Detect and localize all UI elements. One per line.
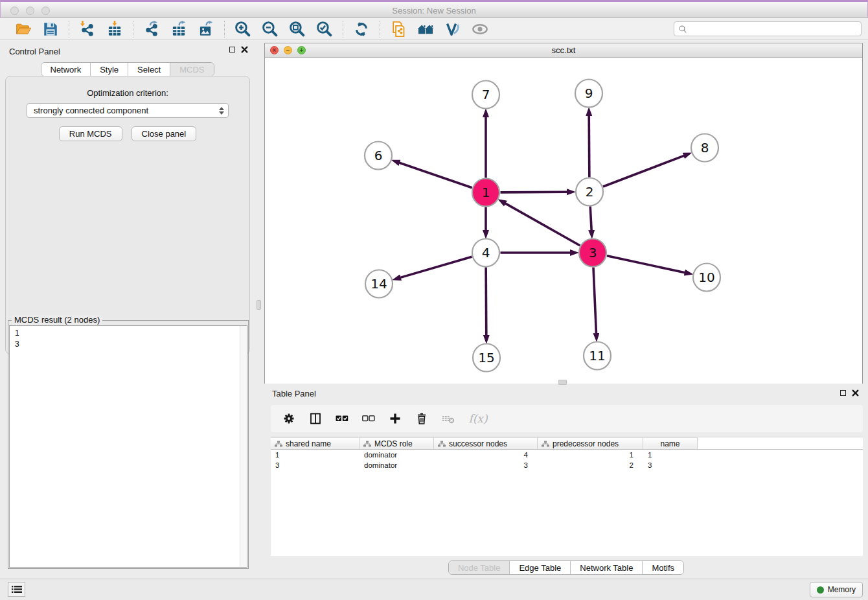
zoom-out-button[interactable]: [261, 20, 279, 38]
tab-select[interactable]: Select: [128, 63, 170, 76]
mcds-result-title: MCDS result (2 nodes): [12, 315, 102, 325]
tab-network-table[interactable]: Network Table: [571, 561, 643, 574]
column-tree-icon: [542, 441, 549, 447]
application-window: Session: New Session Control Panel Netwo…: [0, 0, 868, 600]
export-table-button[interactable]: [170, 20, 188, 38]
network-canvas[interactable]: 7968124314101511: [265, 58, 862, 384]
task-history-button[interactable]: [8, 582, 25, 597]
graph-edge-2-8[interactable]: [603, 156, 684, 187]
graph-node-3[interactable]: 3: [579, 239, 606, 267]
criterion-dropdown[interactable]: strongly connected component: [27, 103, 229, 118]
split-columns-button[interactable]: [308, 411, 323, 426]
graph-edge-3-10[interactable]: [607, 256, 685, 273]
save-session-button[interactable]: [41, 20, 60, 38]
gear-button[interactable]: [281, 411, 297, 426]
control-panel-close-icon[interactable]: [241, 46, 248, 53]
memory-status-icon: [817, 586, 824, 594]
cell-name[interactable]: 1: [643, 450, 698, 460]
graph-node-4[interactable]: 4: [472, 239, 499, 267]
table-panel-float-icon[interactable]: [840, 390, 846, 396]
graph-node-11[interactable]: 11: [584, 342, 611, 370]
column-header-successor-nodes[interactable]: successor nodes: [434, 437, 538, 449]
cell-shared-name[interactable]: 1: [271, 450, 360, 460]
refresh-layout-button[interactable]: [352, 20, 371, 38]
close-panel-button[interactable]: Close panel: [131, 126, 197, 141]
cyndex-button[interactable]: [444, 20, 462, 38]
function-builder-button: f(x): [467, 411, 489, 426]
zoom-selected-button[interactable]: [315, 20, 334, 38]
column-header-label: successor nodes: [449, 439, 507, 448]
table-row-2[interactable]: 3dominator323: [271, 460, 863, 470]
zoom-fit-button[interactable]: [288, 20, 306, 38]
delete-column-button[interactable]: [414, 411, 429, 426]
cell-MCDS-role[interactable]: dominator: [360, 460, 434, 470]
tab-motifs[interactable]: Motifs: [643, 561, 683, 574]
clone-network-button[interactable]: [389, 20, 407, 38]
export-image-button[interactable]: [197, 20, 215, 38]
result-scrollbar[interactable]: [240, 326, 247, 567]
zoom-in-button[interactable]: [234, 20, 252, 38]
network-window-title: scc.txt: [265, 45, 862, 55]
search-input[interactable]: [690, 25, 857, 34]
graph-node-2[interactable]: 2: [576, 178, 603, 206]
svg-text:8: 8: [701, 140, 709, 156]
column-header-shared-name[interactable]: shared name: [271, 437, 360, 449]
mcds-result-text[interactable]: 1 3: [9, 325, 247, 568]
import-table-button[interactable]: [106, 20, 124, 38]
graph-edge-1-6[interactable]: [400, 163, 472, 187]
table-panel-title: Table Panel: [272, 389, 316, 398]
graph-edge-4-14[interactable]: [400, 257, 472, 277]
tab-mcds[interactable]: MCDS: [170, 63, 213, 76]
cell-predecessor-nodes[interactable]: 2: [538, 460, 643, 470]
search-field[interactable]: [674, 21, 862, 36]
tab-edge-table[interactable]: Edge Table: [510, 561, 571, 574]
graph-edge-3-1[interactable]: [505, 203, 580, 246]
graph-node-1[interactable]: 1: [472, 179, 499, 207]
cell-shared-name[interactable]: 3: [271, 460, 360, 470]
column-header-predecessor-nodes[interactable]: predecessor nodes: [538, 437, 643, 449]
graph-node-8[interactable]: 8: [691, 134, 718, 162]
tab-style[interactable]: Style: [91, 63, 128, 76]
column-header-name[interactable]: name: [643, 437, 698, 449]
select-all-button[interactable]: [334, 411, 350, 426]
graph-edge-2-3[interactable]: [590, 206, 591, 230]
cell-name[interactable]: 3: [643, 460, 698, 470]
import-network-button[interactable]: [78, 20, 97, 38]
export-network-button[interactable]: [143, 20, 161, 38]
network-graph[interactable]: 7968124314101511: [265, 58, 862, 384]
graph-node-14[interactable]: 14: [365, 270, 393, 298]
add-column-button[interactable]: [387, 411, 403, 426]
tab-network[interactable]: Network: [41, 63, 91, 76]
home-button[interactable]: [417, 20, 435, 38]
graph-edge-3-11[interactable]: [593, 267, 596, 333]
table-panel: Table Panel f(x) shared nameMCDS rolesuc…: [264, 386, 868, 579]
graph-node-10[interactable]: 10: [693, 264, 720, 292]
table-panel-close-icon[interactable]: [852, 389, 859, 397]
show-graphics-details-button[interactable]: [471, 20, 489, 38]
cell-MCDS-role[interactable]: dominator: [360, 450, 434, 460]
deselect-all-button[interactable]: [361, 411, 376, 426]
cell-predecessor-nodes[interactable]: 1: [538, 450, 643, 460]
cell-successor-nodes[interactable]: 3: [434, 460, 538, 470]
table-row-1[interactable]: 1dominator411: [271, 450, 863, 460]
open-session-button[interactable]: [14, 20, 32, 38]
panel-divider-grip[interactable]: [257, 300, 261, 310]
graph-edge-1-2[interactable]: [500, 192, 567, 192]
node-table: shared nameMCDS rolesuccessor nodesprede…: [271, 437, 863, 556]
cell-successor-nodes[interactable]: 4: [434, 450, 538, 460]
graph-node-9[interactable]: 9: [575, 80, 602, 108]
network-scroll-grip[interactable]: [558, 380, 567, 385]
control-panel-float-icon[interactable]: [229, 47, 235, 52]
network-window-titlebar[interactable]: × − + scc.txt: [265, 43, 862, 58]
graph-node-6[interactable]: 6: [365, 142, 392, 170]
memory-button[interactable]: Memory: [810, 582, 863, 597]
graph-node-7[interactable]: 7: [472, 81, 499, 109]
mcds-tab-content: Optimization criterion: strongly connect…: [5, 76, 250, 354]
graph-node-15[interactable]: 15: [473, 344, 500, 372]
svg-text:14: 14: [371, 276, 387, 292]
run-mcds-button[interactable]: Run MCDS: [59, 126, 122, 141]
graph-edge-2-9[interactable]: [589, 115, 589, 177]
graph-edge-4-15[interactable]: [486, 267, 486, 335]
column-header-MCDS-role[interactable]: MCDS role: [360, 437, 434, 449]
tab-node-table[interactable]: Node Table: [449, 561, 510, 574]
